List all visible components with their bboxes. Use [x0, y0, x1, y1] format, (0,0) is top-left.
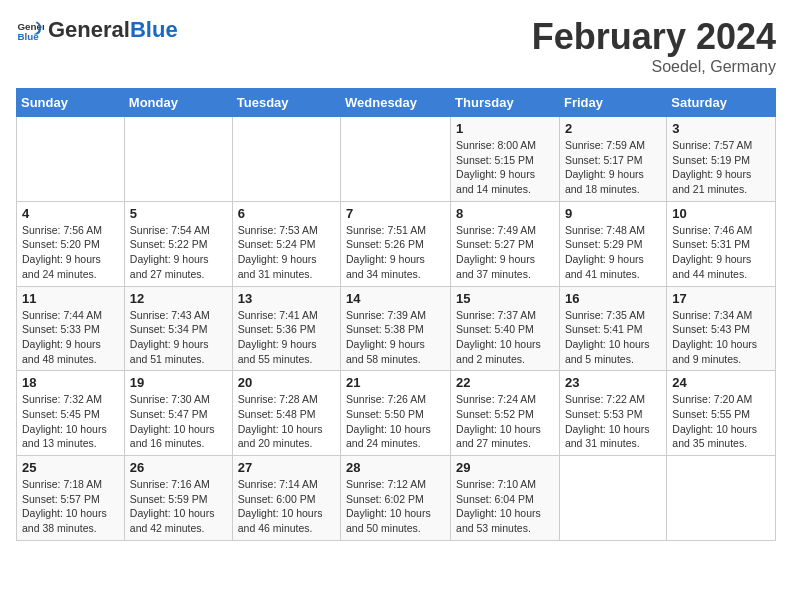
day-info: Sunrise: 7:59 AM Sunset: 5:17 PM Dayligh… [565, 138, 661, 197]
calendar-cell: 13Sunrise: 7:41 AM Sunset: 5:36 PM Dayli… [232, 286, 340, 371]
calendar-cell: 11Sunrise: 7:44 AM Sunset: 5:33 PM Dayli… [17, 286, 125, 371]
calendar-cell: 28Sunrise: 7:12 AM Sunset: 6:02 PM Dayli… [341, 456, 451, 541]
day-number: 5 [130, 206, 227, 221]
day-info: Sunrise: 7:54 AM Sunset: 5:22 PM Dayligh… [130, 223, 227, 282]
weekday-header: Friday [559, 89, 666, 117]
logo: General Blue GeneralBlue [16, 16, 178, 44]
day-info: Sunrise: 7:44 AM Sunset: 5:33 PM Dayligh… [22, 308, 119, 367]
day-info: Sunrise: 7:48 AM Sunset: 5:29 PM Dayligh… [565, 223, 661, 282]
calendar-cell: 25Sunrise: 7:18 AM Sunset: 5:57 PM Dayli… [17, 456, 125, 541]
day-number: 2 [565, 121, 661, 136]
calendar-cell: 3Sunrise: 7:57 AM Sunset: 5:19 PM Daylig… [667, 117, 776, 202]
day-info: Sunrise: 7:41 AM Sunset: 5:36 PM Dayligh… [238, 308, 335, 367]
day-number: 1 [456, 121, 554, 136]
calendar-cell: 4Sunrise: 7:56 AM Sunset: 5:20 PM Daylig… [17, 201, 125, 286]
calendar-cell: 6Sunrise: 7:53 AM Sunset: 5:24 PM Daylig… [232, 201, 340, 286]
calendar-cell: 10Sunrise: 7:46 AM Sunset: 5:31 PM Dayli… [667, 201, 776, 286]
calendar-header-row: SundayMondayTuesdayWednesdayThursdayFrid… [17, 89, 776, 117]
calendar-table: SundayMondayTuesdayWednesdayThursdayFrid… [16, 88, 776, 541]
calendar-cell [124, 117, 232, 202]
day-number: 15 [456, 291, 554, 306]
calendar-cell [559, 456, 666, 541]
calendar-week-row: 1Sunrise: 8:00 AM Sunset: 5:15 PM Daylig… [17, 117, 776, 202]
day-info: Sunrise: 7:35 AM Sunset: 5:41 PM Dayligh… [565, 308, 661, 367]
calendar-cell [667, 456, 776, 541]
day-info: Sunrise: 8:00 AM Sunset: 5:15 PM Dayligh… [456, 138, 554, 197]
day-number: 11 [22, 291, 119, 306]
day-info: Sunrise: 7:16 AM Sunset: 5:59 PM Dayligh… [130, 477, 227, 536]
day-number: 23 [565, 375, 661, 390]
day-number: 27 [238, 460, 335, 475]
location: Soedel, Germany [532, 58, 776, 76]
weekday-header: Wednesday [341, 89, 451, 117]
day-info: Sunrise: 7:56 AM Sunset: 5:20 PM Dayligh… [22, 223, 119, 282]
calendar-cell: 8Sunrise: 7:49 AM Sunset: 5:27 PM Daylig… [451, 201, 560, 286]
day-number: 8 [456, 206, 554, 221]
calendar-cell: 27Sunrise: 7:14 AM Sunset: 6:00 PM Dayli… [232, 456, 340, 541]
day-number: 13 [238, 291, 335, 306]
weekday-header: Monday [124, 89, 232, 117]
calendar-cell: 2Sunrise: 7:59 AM Sunset: 5:17 PM Daylig… [559, 117, 666, 202]
day-info: Sunrise: 7:43 AM Sunset: 5:34 PM Dayligh… [130, 308, 227, 367]
calendar-cell [17, 117, 125, 202]
weekday-header: Thursday [451, 89, 560, 117]
calendar-cell: 17Sunrise: 7:34 AM Sunset: 5:43 PM Dayli… [667, 286, 776, 371]
logo-icon: General Blue [16, 16, 44, 44]
day-number: 7 [346, 206, 445, 221]
calendar-cell: 24Sunrise: 7:20 AM Sunset: 5:55 PM Dayli… [667, 371, 776, 456]
day-info: Sunrise: 7:57 AM Sunset: 5:19 PM Dayligh… [672, 138, 770, 197]
weekday-header: Saturday [667, 89, 776, 117]
day-info: Sunrise: 7:30 AM Sunset: 5:47 PM Dayligh… [130, 392, 227, 451]
calendar-cell: 15Sunrise: 7:37 AM Sunset: 5:40 PM Dayli… [451, 286, 560, 371]
day-info: Sunrise: 7:18 AM Sunset: 5:57 PM Dayligh… [22, 477, 119, 536]
day-number: 12 [130, 291, 227, 306]
calendar-cell: 5Sunrise: 7:54 AM Sunset: 5:22 PM Daylig… [124, 201, 232, 286]
calendar-cell: 14Sunrise: 7:39 AM Sunset: 5:38 PM Dayli… [341, 286, 451, 371]
day-number: 17 [672, 291, 770, 306]
day-number: 21 [346, 375, 445, 390]
logo-general-text: GeneralBlue [48, 18, 178, 42]
day-number: 19 [130, 375, 227, 390]
calendar-cell: 1Sunrise: 8:00 AM Sunset: 5:15 PM Daylig… [451, 117, 560, 202]
day-info: Sunrise: 7:39 AM Sunset: 5:38 PM Dayligh… [346, 308, 445, 367]
day-number: 20 [238, 375, 335, 390]
calendar-week-row: 18Sunrise: 7:32 AM Sunset: 5:45 PM Dayli… [17, 371, 776, 456]
svg-text:Blue: Blue [17, 31, 39, 42]
day-number: 28 [346, 460, 445, 475]
day-info: Sunrise: 7:53 AM Sunset: 5:24 PM Dayligh… [238, 223, 335, 282]
day-number: 10 [672, 206, 770, 221]
title-area: February 2024 Soedel, Germany [532, 16, 776, 76]
day-number: 9 [565, 206, 661, 221]
weekday-header: Tuesday [232, 89, 340, 117]
day-info: Sunrise: 7:24 AM Sunset: 5:52 PM Dayligh… [456, 392, 554, 451]
calendar-cell: 7Sunrise: 7:51 AM Sunset: 5:26 PM Daylig… [341, 201, 451, 286]
calendar-cell: 18Sunrise: 7:32 AM Sunset: 5:45 PM Dayli… [17, 371, 125, 456]
day-number: 16 [565, 291, 661, 306]
day-number: 3 [672, 121, 770, 136]
day-info: Sunrise: 7:26 AM Sunset: 5:50 PM Dayligh… [346, 392, 445, 451]
day-info: Sunrise: 7:37 AM Sunset: 5:40 PM Dayligh… [456, 308, 554, 367]
day-info: Sunrise: 7:14 AM Sunset: 6:00 PM Dayligh… [238, 477, 335, 536]
calendar-week-row: 25Sunrise: 7:18 AM Sunset: 5:57 PM Dayli… [17, 456, 776, 541]
day-info: Sunrise: 7:20 AM Sunset: 5:55 PM Dayligh… [672, 392, 770, 451]
day-number: 6 [238, 206, 335, 221]
day-number: 29 [456, 460, 554, 475]
calendar-cell: 9Sunrise: 7:48 AM Sunset: 5:29 PM Daylig… [559, 201, 666, 286]
calendar-week-row: 11Sunrise: 7:44 AM Sunset: 5:33 PM Dayli… [17, 286, 776, 371]
calendar-week-row: 4Sunrise: 7:56 AM Sunset: 5:20 PM Daylig… [17, 201, 776, 286]
day-number: 26 [130, 460, 227, 475]
day-info: Sunrise: 7:46 AM Sunset: 5:31 PM Dayligh… [672, 223, 770, 282]
day-number: 4 [22, 206, 119, 221]
calendar-cell: 22Sunrise: 7:24 AM Sunset: 5:52 PM Dayli… [451, 371, 560, 456]
day-info: Sunrise: 7:22 AM Sunset: 5:53 PM Dayligh… [565, 392, 661, 451]
calendar-cell [341, 117, 451, 202]
calendar-cell: 20Sunrise: 7:28 AM Sunset: 5:48 PM Dayli… [232, 371, 340, 456]
day-number: 14 [346, 291, 445, 306]
day-info: Sunrise: 7:32 AM Sunset: 5:45 PM Dayligh… [22, 392, 119, 451]
calendar-cell: 19Sunrise: 7:30 AM Sunset: 5:47 PM Dayli… [124, 371, 232, 456]
day-info: Sunrise: 7:49 AM Sunset: 5:27 PM Dayligh… [456, 223, 554, 282]
weekday-header: Sunday [17, 89, 125, 117]
day-number: 22 [456, 375, 554, 390]
day-info: Sunrise: 7:12 AM Sunset: 6:02 PM Dayligh… [346, 477, 445, 536]
day-number: 24 [672, 375, 770, 390]
